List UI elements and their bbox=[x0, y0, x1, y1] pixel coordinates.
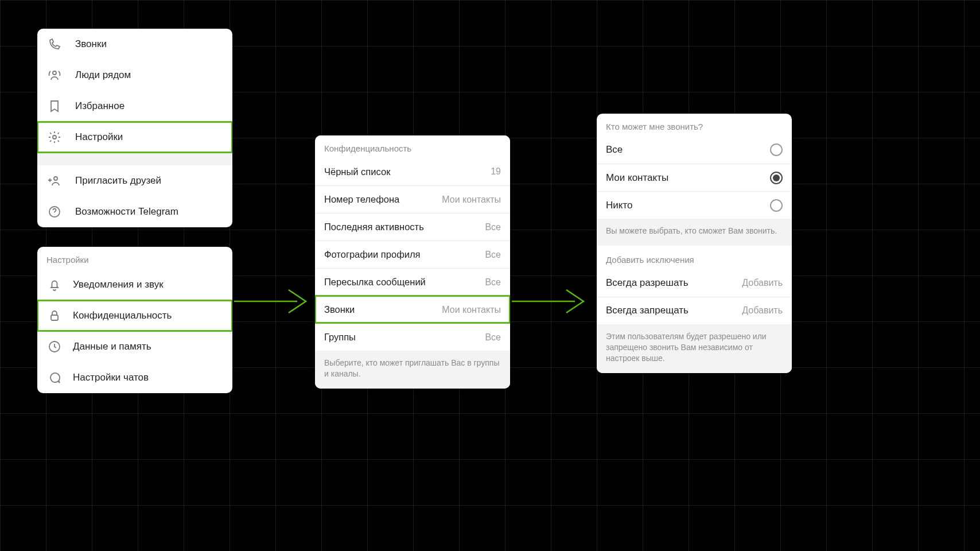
privacy-item-last-seen[interactable]: Последняя активность Все bbox=[315, 213, 510, 240]
exception-label: Всегда запрещать bbox=[606, 305, 742, 316]
exception-action: Добавить bbox=[742, 278, 783, 288]
call-option-everyone[interactable]: Все bbox=[597, 136, 792, 164]
radio-icon bbox=[770, 199, 783, 212]
privacy-item-forwarding[interactable]: Пересылка сообщений Все bbox=[315, 268, 510, 296]
privacy-header: Конфиденциальность bbox=[315, 135, 510, 158]
who-can-call-header: Кто может мне звонить? bbox=[597, 114, 792, 136]
privacy-item-groups[interactable]: Группы Все bbox=[315, 323, 510, 351]
menu-item-label: Звонки bbox=[75, 38, 223, 50]
radio-icon bbox=[770, 172, 783, 184]
gear-icon bbox=[46, 129, 63, 145]
people-nearby-icon bbox=[46, 67, 63, 83]
menu-item-calls[interactable]: Звонки bbox=[37, 29, 232, 60]
privacy-item-phone[interactable]: Номер телефона Мои контакты bbox=[315, 185, 510, 213]
svg-point-2 bbox=[54, 177, 57, 180]
privacy-item-label: Фотографии профиля bbox=[324, 249, 485, 260]
settings-panel: Настройки Уведомления и звук Конфиденциа… bbox=[37, 247, 232, 393]
privacy-item-value: Все bbox=[485, 222, 501, 232]
privacy-item-blocklist[interactable]: Чёрный список 19 bbox=[315, 158, 510, 185]
menu-item-label: Настройки bbox=[75, 131, 223, 143]
call-option-my-contacts[interactable]: Мои контакты bbox=[597, 164, 792, 191]
privacy-item-value: Все bbox=[485, 250, 501, 260]
privacy-item-value: 19 bbox=[491, 166, 501, 177]
settings-item-label: Данные и память bbox=[73, 341, 223, 352]
settings-header: Настройки bbox=[37, 247, 232, 269]
privacy-item-value: Мои контакты bbox=[442, 195, 501, 205]
data-icon bbox=[46, 339, 63, 355]
main-menu-panel: Звонки Люди рядом Избранное Настройки Пр… bbox=[37, 29, 232, 227]
settings-item-privacy[interactable]: Конфиденциальность bbox=[37, 300, 232, 331]
phone-icon bbox=[46, 36, 63, 52]
settings-item-data-storage[interactable]: Данные и память bbox=[37, 331, 232, 362]
radio-icon bbox=[770, 143, 783, 156]
menu-item-settings[interactable]: Настройки bbox=[37, 122, 232, 153]
exception-always-allow[interactable]: Всегда разрешать Добавить bbox=[597, 269, 792, 297]
menu-item-label: Возможности Telegram bbox=[75, 206, 223, 218]
privacy-item-label: Звонки bbox=[324, 304, 442, 315]
privacy-item-label: Номер телефона bbox=[324, 194, 442, 205]
menu-item-telegram-features[interactable]: Возможности Telegram bbox=[37, 196, 232, 227]
menu-item-label: Избранное bbox=[75, 100, 223, 112]
svg-point-4 bbox=[54, 214, 55, 215]
settings-item-chat-settings[interactable]: Настройки чатов bbox=[37, 362, 232, 393]
menu-item-label: Пригласить друзей bbox=[75, 175, 223, 187]
invite-icon bbox=[46, 173, 63, 189]
exception-label: Всегда разрешать bbox=[606, 277, 742, 289]
exceptions-note: Этим пользователям будет разрешено или з… bbox=[597, 324, 792, 373]
menu-item-label: Люди рядом bbox=[75, 69, 223, 81]
lock-icon bbox=[46, 308, 63, 324]
divider bbox=[37, 153, 232, 165]
svg-point-0 bbox=[53, 71, 56, 75]
call-option-label: Мои контакты bbox=[606, 172, 770, 184]
privacy-item-label: Последняя активность bbox=[324, 222, 485, 232]
bookmark-icon bbox=[46, 98, 63, 114]
menu-item-saved[interactable]: Избранное bbox=[37, 91, 232, 122]
privacy-item-profile-photos[interactable]: Фотографии профиля Все bbox=[315, 240, 510, 268]
privacy-item-value: Все bbox=[485, 277, 501, 288]
menu-item-invite-friends[interactable]: Пригласить друзей bbox=[37, 165, 232, 196]
arrow-1 bbox=[234, 284, 314, 319]
arrow-2 bbox=[512, 284, 592, 319]
chat-icon bbox=[46, 370, 63, 386]
call-option-label: Никто bbox=[606, 200, 770, 211]
who-can-call-note: Вы можете выбрать, кто сможет Вам звонит… bbox=[597, 219, 792, 246]
privacy-item-label: Группы bbox=[324, 332, 485, 343]
call-option-nobody[interactable]: Никто bbox=[597, 191, 792, 219]
who-can-call-panel: Кто может мне звонить? Все Мои контакты … bbox=[597, 114, 792, 373]
privacy-item-calls[interactable]: Звонки Мои контакты bbox=[315, 296, 510, 323]
exception-action: Добавить bbox=[742, 305, 783, 316]
exception-always-deny[interactable]: Всегда запрещать Добавить bbox=[597, 297, 792, 324]
settings-item-notifications[interactable]: Уведомления и звук bbox=[37, 269, 232, 300]
privacy-item-label: Пересылка сообщений bbox=[324, 277, 485, 288]
privacy-panel: Конфиденциальность Чёрный список 19 Номе… bbox=[315, 135, 510, 389]
menu-item-people-nearby[interactable]: Люди рядом bbox=[37, 60, 232, 91]
settings-item-label: Конфиденциальность bbox=[73, 310, 223, 321]
privacy-item-value: Мои контакты bbox=[442, 305, 501, 315]
settings-item-label: Настройки чатов bbox=[73, 372, 223, 383]
bell-icon bbox=[46, 277, 63, 293]
privacy-footer-note: Выберите, кто может приглашать Вас в гру… bbox=[315, 351, 510, 389]
svg-point-1 bbox=[53, 135, 56, 139]
exceptions-header: Добавить исключения bbox=[597, 246, 792, 269]
privacy-item-label: Чёрный список bbox=[324, 166, 491, 177]
privacy-item-value: Все bbox=[485, 332, 501, 343]
settings-item-label: Уведомления и звук bbox=[73, 279, 223, 290]
help-icon bbox=[46, 204, 63, 220]
svg-rect-5 bbox=[51, 315, 58, 320]
call-option-label: Все bbox=[606, 144, 770, 156]
